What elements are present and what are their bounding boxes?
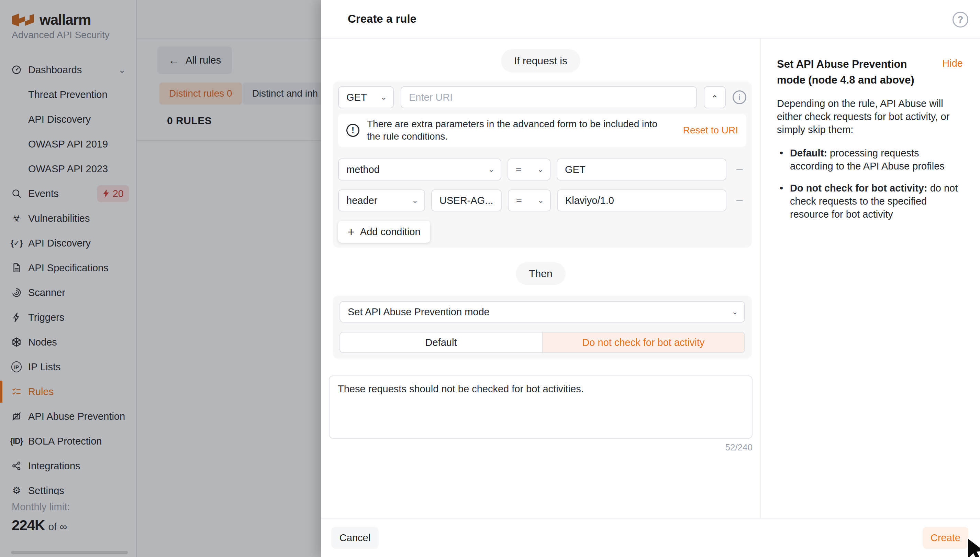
alert-icon: ! [346,124,359,137]
remove-condition-button[interactable]: − [733,162,746,177]
if-request-is-pill: If request is [501,49,580,73]
modal-header: Create a rule [321,0,980,39]
modal-overlay[interactable] [0,0,321,557]
help-icon[interactable]: ? [952,12,968,28]
help-panel-header: Set API Abuse Prevention mode (node 4.8 … [777,56,963,88]
create-button[interactable]: Create [923,527,968,549]
uri-row: GET ⌄ ⌃ i [338,86,746,108]
condition-key-input[interactable] [431,189,502,212]
rule-action-select[interactable]: Set API Abuse Prevention mode ⌄ [339,301,745,322]
extra-parameters-notice: ! There are extra parameters in the adva… [338,114,746,147]
request-conditions-panel: GET ⌄ ⌃ i ! There are extra parameters i… [333,81,752,248]
hide-help-link[interactable]: Hide [942,58,963,69]
cancel-button[interactable]: Cancel [331,527,379,549]
create-rule-modal: Create a rule ? If request is GET ⌄ ⌃ [321,0,980,557]
rule-comment-textarea[interactable]: These requests should not be checked for… [329,375,753,439]
chevron-down-icon: ⌄ [533,196,544,205]
chevron-down-icon: ⌄ [532,165,544,174]
mode-option-do-not-check[interactable]: Do not check for bot activity [542,332,744,352]
mode-segmented-control: Default Do not check for bot activity [339,332,745,353]
http-method-select[interactable]: GET ⌄ [338,86,394,108]
help-panel-bullets: Default: processing requests according t… [777,147,963,221]
chevron-down-icon: ⌄ [727,307,738,316]
info-icon[interactable]: i [733,90,746,104]
uri-input[interactable] [401,86,697,108]
condition-operator-select[interactable]: = ⌄ [508,189,551,212]
condition-value-input[interactable] [557,158,727,181]
screen: wallarm Advanced API Security Dashboards… [0,0,980,557]
mouse-cursor [964,537,980,557]
condition-field-select[interactable]: header ⌄ [338,189,425,212]
remove-condition-button[interactable]: − [733,193,746,208]
chevron-down-icon: ⌄ [484,165,495,174]
modal-body: If request is GET ⌄ ⌃ i ! [321,39,980,518]
help-panel-intro: Depending on the rule, API Abuse will ei… [777,97,963,136]
then-pill: Then [516,262,565,285]
modal-title: Create a rule [321,12,417,26]
rule-form-column: If request is GET ⌄ ⌃ i ! [321,39,761,518]
condition-row: header ⌄ = ⌄ − [338,189,746,212]
mode-option-default[interactable]: Default [340,332,542,352]
collapse-advanced-button[interactable]: ⌃ [704,86,726,108]
add-condition-button[interactable]: + Add condition [338,221,430,243]
chevron-up-icon: ⌃ [711,93,719,104]
modal-footer: Cancel Create [321,518,980,557]
help-bullet: Default: processing requests according t… [777,147,963,173]
help-panel-title: Set API Abuse Prevention mode (node 4.8 … [777,56,928,88]
action-panel: Set API Abuse Prevention mode ⌄ Default … [333,296,752,358]
char-counter: 52/240 [321,442,753,453]
condition-value-input[interactable] [557,189,727,212]
condition-field-select[interactable]: method ⌄ [338,158,501,181]
contextual-help-panel: Set API Abuse Prevention mode (node 4.8 … [761,39,980,518]
help-bullet: Do not check for bot activity: do not ch… [777,182,963,221]
reset-to-uri-link[interactable]: Reset to URI [683,125,738,136]
notice-text: There are extra parameters in the advanc… [367,118,671,143]
condition-row: method ⌄ = ⌄ − [338,158,746,181]
chevron-down-icon: ⌄ [407,196,418,205]
plus-icon: + [348,225,355,239]
condition-operator-select[interactable]: = ⌄ [508,158,550,181]
chevron-down-icon: ⌄ [376,93,387,102]
